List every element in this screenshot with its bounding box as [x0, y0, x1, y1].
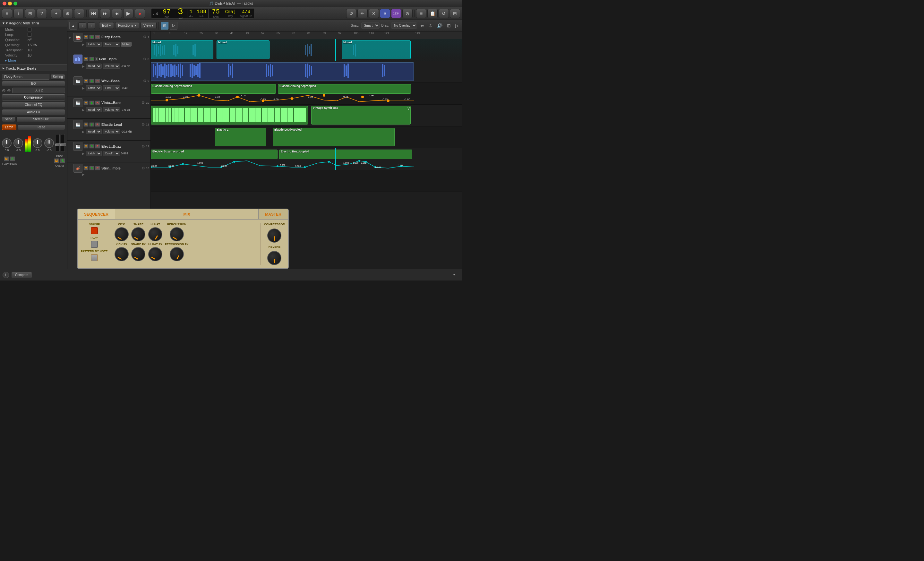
up-arrow-button[interactable]: ▲: [69, 22, 77, 30]
track-13-settings[interactable]: ⚙: [141, 166, 145, 170]
mute-checkbox[interactable]: [28, 28, 32, 32]
rewind-button[interactable]: ⏮: [88, 9, 99, 18]
transport-key-value[interactable]: Cmaj: [225, 9, 236, 15]
arrow-right-icon[interactable]: ▷: [454, 23, 460, 28]
add-button[interactable]: ⊞: [450, 9, 460, 18]
expand-icon[interactable]: ⊞: [446, 23, 452, 28]
region-9-2[interactable]: Classic Analog Arp*copied: [278, 84, 411, 94]
track-8-mute[interactable]: M: [83, 57, 88, 61]
drag-select[interactable]: No Overlap: [391, 22, 417, 28]
qswing-value[interactable]: +50%: [28, 43, 37, 47]
region-9-1[interactable]: Classic Analog Arp*recorded: [151, 84, 276, 94]
cut-button[interactable]: ✂: [74, 9, 84, 18]
track-12-param[interactable]: Cutoff: [103, 151, 120, 156]
bus-selector[interactable]: Bus 2: [12, 88, 65, 93]
track-10-play-btn[interactable]: ▶: [82, 108, 85, 112]
info-icon-btn[interactable]: ℹ: [3, 272, 9, 278]
more-row[interactable]: ▸ More: [0, 58, 67, 63]
smart-button[interactable]: ✦: [51, 9, 61, 18]
chain-icon-2[interactable]: ⊝: [7, 88, 11, 93]
track-11-solo[interactable]: S: [89, 122, 94, 127]
track-11-mute[interactable]: M: [83, 122, 88, 127]
close-button[interactable]: [3, 2, 6, 6]
track-10-mute[interactable]: M: [83, 100, 88, 105]
snare-fx-knob[interactable]: [131, 247, 146, 261]
region-10-2[interactable]: Vintage Synth Bas V: [311, 106, 411, 124]
track-1-settings[interactable]: ⚙: [143, 34, 147, 39]
track-9-settings[interactable]: ⚙: [143, 79, 147, 83]
track-9-param[interactable]: Filter: [103, 86, 120, 90]
track-1-mute[interactable]: M: [83, 34, 88, 39]
track-9-record[interactable]: R: [95, 79, 100, 83]
hihat-knob[interactable]: [148, 227, 162, 242]
mute-btn-2[interactable]: M: [54, 158, 59, 164]
track-10-mode[interactable]: Read: [86, 107, 102, 112]
mute-btn-1[interactable]: M: [4, 156, 9, 161]
track-10-solo[interactable]: S: [89, 100, 94, 105]
stereo-out-button[interactable]: Stereo Out: [16, 117, 65, 122]
kick-fx-knob[interactable]: [114, 247, 129, 261]
sequencer-tab[interactable]: SEQUENCER: [78, 209, 115, 219]
kick-knob[interactable]: [114, 227, 129, 242]
region-11-2[interactable]: Elastic Lead*copied: [273, 128, 394, 146]
reverb-knob[interactable]: [267, 251, 281, 265]
quantize-value[interactable]: off: [28, 38, 32, 42]
add-track-button[interactable]: ⊕: [63, 9, 73, 18]
fastforward-button[interactable]: ⏭: [100, 9, 110, 18]
track-13-mute[interactable]: M: [83, 166, 88, 170]
loop-button[interactable]: ↺: [346, 9, 357, 18]
maximize-button[interactable]: [14, 2, 17, 6]
s-button[interactable]: S: [380, 9, 390, 18]
track-11-mode[interactable]: Read: [86, 129, 102, 134]
pencil-button[interactable]: ✏: [357, 9, 368, 18]
aux-knob[interactable]: [33, 138, 42, 148]
velocity-value[interactable]: ±0: [28, 53, 32, 57]
track-1-record[interactable]: R: [95, 34, 100, 39]
loop-checkbox[interactable]: [28, 33, 32, 37]
snare-knob[interactable]: [131, 227, 146, 242]
transport-div-value[interactable]: 1: [189, 9, 192, 15]
region-1-3[interactable]: Muted: [342, 40, 411, 59]
fader-thumb-2[interactable]: [60, 144, 66, 146]
track-13-record[interactable]: R: [95, 166, 100, 170]
track-1-mode[interactable]: Latch: [86, 42, 102, 47]
read-button[interactable]: Read: [18, 124, 65, 130]
region-11-1[interactable]: Elastic L: [215, 128, 266, 146]
track-12-play-btn[interactable]: ▶: [82, 152, 85, 155]
track-12-solo[interactable]: S: [89, 144, 94, 148]
on-off-button[interactable]: [91, 227, 98, 234]
view-btn[interactable]: View ▾: [141, 22, 157, 29]
snap-select[interactable]: Smart: [361, 22, 380, 28]
region-12-1[interactable]: Electric Buzz*recorded: [151, 150, 278, 159]
help-button[interactable]: ?: [37, 9, 47, 18]
info-button[interactable]: ℹ: [14, 9, 24, 18]
track-12-settings[interactable]: ⚙: [141, 144, 145, 148]
region-10-1[interactable]: [151, 106, 308, 124]
edit-btn[interactable]: Edit ▾: [99, 22, 114, 29]
play-button[interactable]: ▶: [123, 9, 134, 18]
functions-btn[interactable]: Functions ▾: [115, 22, 139, 29]
volume-knob[interactable]: [14, 138, 23, 148]
pan-knob[interactable]: [2, 138, 12, 148]
output-button[interactable]: ⊙: [402, 9, 412, 18]
grid-button[interactable]: ⊞: [25, 9, 35, 18]
track-1-param[interactable]: Mute: [103, 42, 120, 47]
track-8-play-btn[interactable]: ▶: [82, 64, 85, 68]
channel-name[interactable]: Fizzy Beats: [2, 74, 50, 80]
latch-button[interactable]: Latch: [2, 124, 16, 130]
eq-button[interactable]: EQ: [2, 81, 65, 86]
play-button[interactable]: [91, 241, 98, 248]
percussion-knob[interactable]: [170, 227, 184, 242]
setting-button[interactable]: Setting: [51, 74, 65, 80]
undo-button[interactable]: ↺: [439, 9, 449, 18]
compare-button[interactable]: Compare: [12, 272, 32, 278]
volume-icon-2[interactable]: 🔊: [436, 23, 444, 28]
track-9-play-btn[interactable]: ▶: [82, 86, 85, 90]
send-button[interactable]: Send: [2, 117, 15, 122]
track-1-play-btn[interactable]: ▶: [82, 43, 85, 46]
track-8-settings[interactable]: ⚙: [143, 57, 147, 61]
list-button[interactable]: ≡: [416, 9, 426, 18]
track-11-param[interactable]: Volume: [103, 129, 120, 134]
transport-beat-value[interactable]: 3: [176, 7, 185, 17]
track-11-play-btn[interactable]: ▶: [82, 130, 85, 134]
